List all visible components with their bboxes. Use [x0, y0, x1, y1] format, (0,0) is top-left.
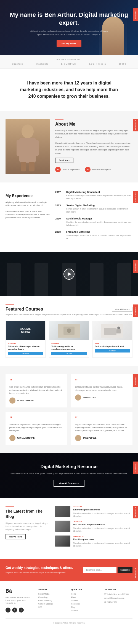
testimonial-text-2: Est iaculis vulputate pulvinar massa gra… — [75, 385, 129, 391]
resource-subtitle: Nam rhoncus alicat lacina enim ipsum lao… — [8, 472, 130, 475]
testimonial-author-4: JAKE POPEYE — [75, 435, 129, 441]
exp-item-3: 2010 Social Media Manager Curabitur dol … — [55, 217, 132, 227]
testimonials-section: " Sem ornare lacinia vitae eu kurtze dia… — [0, 366, 138, 453]
testimonial-author-2: EMMA STONE — [75, 394, 129, 401]
avatar-4 — [75, 435, 81, 441]
experience-left: My Experience Adipiscing sit ut convalli… — [6, 191, 50, 244]
social-facebook[interactable]: f — [6, 608, 10, 613]
blog-excerpt-1: Phasellus senimentum et iaculis cras ult… — [73, 512, 132, 518]
social-instagram[interactable]: i — [19, 608, 24, 613]
blog-title-3: Porttitor quam dolor — [73, 538, 132, 541]
play-button[interactable] — [63, 269, 75, 280]
copyright-text: © 2021 Ben Arthur. All Rights Reserved. — [53, 622, 85, 624]
footer-link-blog[interactable]: Blog — [71, 606, 100, 608]
experience-section: My Experience Adipiscing sit ut convalli… — [0, 182, 138, 252]
read-more-button[interactable]: Read More — [55, 158, 73, 163]
course-thumb-2 — [49, 321, 89, 340]
testimonial-text-3: Sed diam volutpat in arcu sed turpis sem… — [9, 423, 63, 432]
testimonials-customizer[interactable]: Customize — [133, 374, 138, 387]
footer-service-5[interactable]: SEO — [38, 606, 67, 608]
testimonial-text-1: Sem ornare lacinia vitae eu kurtze diam … — [9, 385, 63, 395]
testimonial-4: " Sagittis ullamcorper vel luctus felis,… — [71, 412, 132, 445]
footer-service-1[interactable]: Social Media — [38, 593, 67, 595]
hero-section: My name is Ben Arthur. Digital marketing… — [0, 0, 138, 55]
about-content: About Me Pellentesque iaculis ullamcorpe… — [55, 119, 132, 172]
blog-right: January 12 Elit mattis platea rhoncus Ph… — [55, 506, 132, 551]
exp-details-1: Digital Marketing Consultant Elit tincid… — [66, 191, 132, 200]
course-btn-1[interactable]: Go now — [8, 352, 43, 355]
blog-customizer[interactable]: Customize — [133, 506, 138, 518]
experience-more: Nam consequat libero proin at metus. In … — [6, 210, 50, 219]
testimonial-author-1: OLIVER GRAHAM — [9, 397, 63, 404]
exp-item-2: 2013 Senior Digital Marketing Sit nec a … — [55, 204, 132, 213]
experience-section-line — [6, 191, 14, 191]
social-twitter[interactable]: t — [12, 608, 17, 613]
blog-item-1: January 12 Elit mattis platea rhoncus Ph… — [55, 506, 132, 518]
view-blog-button[interactable]: View All Posts — [6, 534, 26, 539]
about-image-inner — [6, 119, 50, 174]
exp-title-3: Social Media Manager — [66, 217, 132, 220]
courses-customizer[interactable]: Customize — [133, 304, 138, 317]
resource-customizer[interactable]: Customize — [133, 462, 138, 474]
footer-link-home[interactable]: Home — [71, 593, 100, 595]
blog-thumb-2 — [55, 521, 70, 532]
experience-customizer[interactable]: Customize — [133, 191, 138, 203]
courses-section-line — [6, 304, 14, 305]
exp-item-4: 2008 Freelance Marketing Sed consequat l… — [55, 230, 132, 240]
course-title-3: Sed scelerisque blandit nisi — [95, 345, 130, 348]
footer-grid: Bā Nam rhoncus alicat lacina enim ipsum … — [6, 588, 132, 613]
person-svg — [14, 122, 41, 171]
footer-link-courses[interactable]: Courses — [71, 600, 100, 601]
logo-login: LOGIN Media — [89, 63, 106, 65]
logo-mashable: mashable — [36, 63, 49, 65]
hero-cta-button[interactable]: Get My Books — [57, 40, 81, 47]
newsletter-customizer[interactable]: Customize — [133, 567, 138, 579]
svg-point-0 — [22, 124, 34, 138]
exp-year-4: 2008 — [55, 230, 63, 240]
experience-title: My Experience — [6, 194, 50, 198]
newsletter-subscribe-button[interactable]: Subscribe — [118, 567, 132, 573]
featured-logos: buzzfeed mashable LIQUIDFILM LOGIN Media… — [6, 63, 132, 65]
course-title-2: Vel ipsum gravida in condimentum posuere — [51, 345, 86, 351]
testimonials-grid: " Sem ornare lacinia vitae eu kurtze dia… — [6, 374, 132, 445]
course-info-3: Free Sed scelerisque blandit nisi Go now — [93, 340, 132, 355]
course-btn-3[interactable]: Go now — [95, 349, 130, 353]
resource-button[interactable]: View All Resources — [54, 480, 84, 487]
exp-title-2: Senior Digital Marketing — [66, 204, 132, 207]
hero-customizer[interactable]: Customize — [133, 8, 138, 21]
course-card-2: Premium Vel ipsum gravida in condimentum… — [49, 321, 89, 358]
svg-point-12 — [117, 327, 120, 329]
newsletter-section: Get weekly strategies, techniques & offe… — [0, 559, 138, 581]
author-name-1: OLIVER GRAHAM — [17, 400, 34, 402]
stat-experience: 0 Years of Experience — [55, 167, 79, 172]
footer-service-2[interactable]: Consulting — [38, 596, 67, 598]
about-para1: Pellentesque iaculis ullamcorper ultrice… — [55, 129, 132, 139]
footer-link-resources[interactable]: Resources — [71, 603, 100, 605]
newsletter-email-input[interactable] — [83, 567, 116, 573]
footer-link-about[interactable]: About — [71, 596, 100, 598]
view-all-courses-button[interactable]: View All Courses — [112, 307, 132, 312]
course-btn-2[interactable]: Go now — [51, 352, 86, 355]
footer-link-contact[interactable]: Contact — [71, 609, 100, 611]
footer-service-4[interactable]: Content Strategy — [38, 603, 67, 605]
featured-in-bar: HE FEATURED IN: buzzfeed mashable LIQUID… — [0, 55, 138, 69]
blog-thumb-3 — [55, 536, 70, 547]
svg-point-8 — [67, 328, 71, 333]
avatar-3 — [9, 435, 15, 441]
logo-other: 20000 — [119, 63, 126, 65]
exp-year-2: 2013 — [55, 204, 63, 213]
experience-right: 2017 Digital Marketing Consultant Elit t… — [55, 191, 132, 244]
video-banner — [0, 252, 138, 296]
courses-header: Featured Courses View All Courses — [6, 307, 132, 312]
resource-title: Digital Marketing Resource — [8, 464, 130, 469]
video-customizer[interactable]: Customize — [133, 260, 138, 273]
about-customizer[interactable]: Customize — [133, 119, 138, 131]
exp-title-4: Freelance Marketing — [66, 230, 132, 233]
course-info-2: Premium Vel ipsum gravida in condimentum… — [49, 340, 89, 358]
course-tag-3: Free — [95, 343, 130, 344]
about-para2: Curabitur dol lorem in diam eum. Phasell… — [55, 142, 132, 155]
resource-banner: Digital Marketing Resource Nam rhoncus a… — [0, 453, 138, 498]
footer-services: Services Social Media Consulting Email M… — [38, 588, 67, 613]
footer-service-3[interactable]: Email Marketing — [38, 600, 67, 601]
course-thumb-3 — [93, 321, 132, 340]
